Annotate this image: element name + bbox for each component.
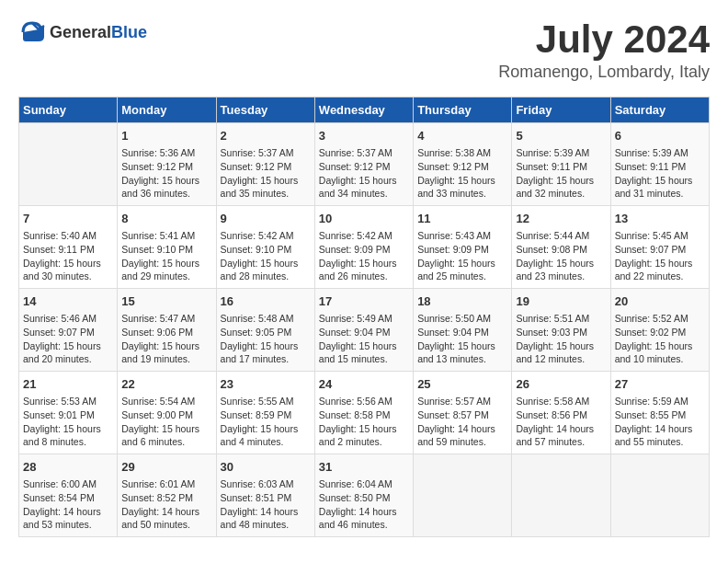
calendar-cell [19,123,118,206]
calendar-cell [512,454,610,536]
day-number: 4 [417,128,507,144]
day-info: Sunrise: 5:38 AM Sunset: 9:12 PM Dayligh… [417,146,507,201]
day-number: 29 [121,459,211,476]
calendar-cell [414,454,512,536]
day-info: Sunrise: 5:42 AM Sunset: 9:09 PM Dayligh… [319,229,409,283]
day-number: 21 [23,376,113,393]
day-info: Sunrise: 6:03 AM Sunset: 8:51 PM Dayligh… [221,477,311,532]
calendar-week-3: 14Sunrise: 5:46 AM Sunset: 9:07 PM Dayli… [19,289,710,372]
calendar-week-4: 21Sunrise: 5:53 AM Sunset: 9:01 PM Dayli… [19,372,710,454]
day-info: Sunrise: 5:55 AM Sunset: 8:59 PM Dayligh… [221,395,311,449]
calendar-cell: 10Sunrise: 5:42 AM Sunset: 9:09 PM Dayli… [314,206,413,289]
calendar-cell: 28Sunrise: 6:00 AM Sunset: 8:54 PM Dayli… [19,454,118,536]
day-number: 9 [221,211,311,227]
calendar-cell: 7Sunrise: 5:40 AM Sunset: 9:11 PM Daylig… [19,206,118,289]
day-header-tuesday: Tuesday [216,98,314,123]
day-info: Sunrise: 5:48 AM Sunset: 9:05 PM Dayligh… [221,312,311,366]
day-info: Sunrise: 5:56 AM Sunset: 8:58 PM Dayligh… [319,395,409,449]
day-info: Sunrise: 5:51 AM Sunset: 9:03 PM Dayligh… [516,312,606,366]
calendar-cell: 8Sunrise: 5:41 AM Sunset: 9:10 PM Daylig… [118,206,216,289]
title-block: July 2024 Romanengo, Lombardy, Italy [498,18,710,82]
day-info: Sunrise: 5:42 AM Sunset: 9:10 PM Dayligh… [221,229,311,283]
day-number: 28 [23,459,113,476]
day-number: 1 [121,128,211,144]
calendar-cell: 6Sunrise: 5:39 AM Sunset: 9:11 PM Daylig… [610,123,709,206]
day-info: Sunrise: 6:00 AM Sunset: 8:54 PM Dayligh… [23,477,113,532]
calendar-cell: 13Sunrise: 5:45 AM Sunset: 9:07 PM Dayli… [610,206,709,289]
calendar-cell: 16Sunrise: 5:48 AM Sunset: 9:05 PM Dayli… [216,289,314,372]
logo-text: GeneralBlue [50,23,147,42]
calendar-cell: 21Sunrise: 5:53 AM Sunset: 9:01 PM Dayli… [19,372,118,454]
logo: GeneralBlue [18,18,147,46]
month-title: July 2024 [498,18,710,61]
day-header-friday: Friday [512,98,610,123]
day-number: 20 [615,293,705,310]
day-number: 6 [615,128,705,144]
day-header-wednesday: Wednesday [314,98,413,123]
calendar-table: SundayMondayTuesdayWednesdayThursdayFrid… [18,97,710,537]
day-number: 18 [417,293,507,310]
day-info: Sunrise: 5:49 AM Sunset: 9:04 PM Dayligh… [319,312,409,366]
day-info: Sunrise: 5:36 AM Sunset: 9:12 PM Dayligh… [121,146,211,201]
calendar-week-2: 7Sunrise: 5:40 AM Sunset: 9:11 PM Daylig… [19,206,710,289]
calendar-week-1: 1Sunrise: 5:36 AM Sunset: 9:12 PM Daylig… [19,123,710,206]
day-header-sunday: Sunday [19,98,118,123]
day-info: Sunrise: 5:39 AM Sunset: 9:11 PM Dayligh… [615,146,705,201]
calendar-cell: 27Sunrise: 5:59 AM Sunset: 8:55 PM Dayli… [610,372,709,454]
calendar-cell: 23Sunrise: 5:55 AM Sunset: 8:59 PM Dayli… [216,372,314,454]
day-info: Sunrise: 5:45 AM Sunset: 9:07 PM Dayligh… [615,229,705,283]
day-number: 11 [417,211,507,227]
day-info: Sunrise: 5:37 AM Sunset: 9:12 PM Dayligh… [319,146,409,201]
day-info: Sunrise: 6:01 AM Sunset: 8:52 PM Dayligh… [121,477,211,532]
calendar-cell: 26Sunrise: 5:58 AM Sunset: 8:56 PM Dayli… [512,372,610,454]
calendar-cell: 25Sunrise: 5:57 AM Sunset: 8:57 PM Dayli… [414,372,512,454]
day-number: 30 [221,459,311,476]
day-number: 10 [319,211,409,227]
day-number: 2 [221,128,311,144]
day-number: 16 [221,293,311,310]
day-number: 26 [516,376,606,393]
calendar-cell: 22Sunrise: 5:54 AM Sunset: 9:00 PM Dayli… [118,372,216,454]
calendar-cell: 19Sunrise: 5:51 AM Sunset: 9:03 PM Dayli… [512,289,610,372]
day-number: 7 [23,211,113,227]
calendar-cell: 2Sunrise: 5:37 AM Sunset: 9:12 PM Daylig… [216,123,314,206]
day-info: Sunrise: 5:53 AM Sunset: 9:01 PM Dayligh… [23,395,113,449]
day-info: Sunrise: 5:50 AM Sunset: 9:04 PM Dayligh… [417,312,507,366]
location-subtitle: Romanengo, Lombardy, Italy [498,63,710,82]
day-number: 31 [319,459,409,476]
calendar-cell: 29Sunrise: 6:01 AM Sunset: 8:52 PM Dayli… [118,454,216,536]
calendar-week-5: 28Sunrise: 6:00 AM Sunset: 8:54 PM Dayli… [19,454,710,536]
calendar-header-row: SundayMondayTuesdayWednesdayThursdayFrid… [19,98,710,123]
day-info: Sunrise: 5:44 AM Sunset: 9:08 PM Dayligh… [516,229,606,283]
calendar-cell: 4Sunrise: 5:38 AM Sunset: 9:12 PM Daylig… [414,123,512,206]
calendar-cell: 9Sunrise: 5:42 AM Sunset: 9:10 PM Daylig… [216,206,314,289]
day-number: 14 [23,293,113,310]
day-number: 27 [615,376,705,393]
calendar-cell: 1Sunrise: 5:36 AM Sunset: 9:12 PM Daylig… [118,123,216,206]
day-number: 23 [221,376,311,393]
calendar-cell: 30Sunrise: 6:03 AM Sunset: 8:51 PM Dayli… [216,454,314,536]
day-number: 19 [516,293,606,310]
day-number: 15 [121,293,211,310]
day-info: Sunrise: 5:59 AM Sunset: 8:55 PM Dayligh… [615,395,705,449]
calendar-cell: 31Sunrise: 6:04 AM Sunset: 8:50 PM Dayli… [314,454,413,536]
logo-icon [18,18,46,46]
day-info: Sunrise: 5:40 AM Sunset: 9:11 PM Dayligh… [23,229,113,283]
calendar-cell: 5Sunrise: 5:39 AM Sunset: 9:11 PM Daylig… [512,123,610,206]
calendar-cell: 15Sunrise: 5:47 AM Sunset: 9:06 PM Dayli… [118,289,216,372]
calendar-cell: 14Sunrise: 5:46 AM Sunset: 9:07 PM Dayli… [19,289,118,372]
calendar-cell: 17Sunrise: 5:49 AM Sunset: 9:04 PM Dayli… [314,289,413,372]
day-info: Sunrise: 5:46 AM Sunset: 9:07 PM Dayligh… [23,312,113,366]
calendar-cell: 11Sunrise: 5:43 AM Sunset: 9:09 PM Dayli… [414,206,512,289]
day-info: Sunrise: 5:57 AM Sunset: 8:57 PM Dayligh… [417,395,507,449]
day-number: 12 [516,211,606,227]
day-header-monday: Monday [118,98,216,123]
calendar-cell: 20Sunrise: 5:52 AM Sunset: 9:02 PM Dayli… [610,289,709,372]
day-number: 25 [417,376,507,393]
page-header: GeneralBlue July 2024 Romanengo, Lombard… [18,18,710,82]
day-number: 5 [516,128,606,144]
day-number: 13 [615,211,705,227]
day-info: Sunrise: 5:58 AM Sunset: 8:56 PM Dayligh… [516,395,606,449]
day-header-saturday: Saturday [610,98,709,123]
day-info: Sunrise: 5:47 AM Sunset: 9:06 PM Dayligh… [121,312,211,366]
